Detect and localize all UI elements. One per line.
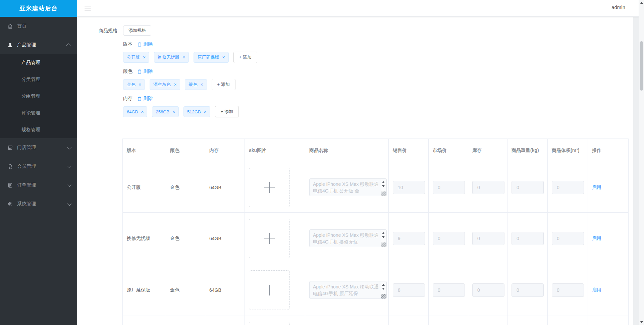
tag-label: 深空灰色 <box>153 82 171 88</box>
submenu-item-spec-management[interactable]: 规格管理 <box>0 121 77 138</box>
user-icon <box>7 42 13 48</box>
chevron-down-icon <box>67 201 72 206</box>
weight-input[interactable] <box>512 181 544 194</box>
tag-label: 公开版 <box>127 54 140 60</box>
spec-tag: 公开版× <box>123 52 149 63</box>
scroll-up-icon[interactable] <box>382 284 385 286</box>
resize-grip-icon[interactable] <box>381 294 386 299</box>
page-scrollbar[interactable] <box>639 0 644 325</box>
stock-input[interactable] <box>472 181 504 194</box>
cell-memory: 64GB <box>205 264 245 316</box>
home-icon <box>7 23 13 29</box>
sidebar-item-label: 系统管理 <box>17 201 67 207</box>
sidebar-item-label: 产品管理 <box>17 42 67 48</box>
chevron-down-icon <box>67 164 72 168</box>
delete-spec-link[interactable]: 删除 <box>143 41 153 47</box>
admin-user-menu[interactable]: admin <box>611 4 625 10</box>
cell-version <box>123 316 166 325</box>
sidebar-item-home[interactable]: 首页 <box>0 17 77 36</box>
close-icon[interactable]: × <box>182 55 185 60</box>
submenu-item-group-management[interactable]: 分组管理 <box>0 88 77 105</box>
enable-link[interactable]: 启用 <box>592 184 601 190</box>
table-header-row: 版本 颜色 内存 sku图片 商品名称 销售价 市场价 库存 商品重量(kg) … <box>123 139 629 162</box>
spec-tag: 银色× <box>185 79 207 90</box>
sku-image-upload[interactable] <box>249 322 290 325</box>
resize-grip-icon[interactable] <box>381 242 386 247</box>
table-row: 公开版 金色 64GB Apple iPhone XS Max 移动联通电信4G… <box>123 162 629 213</box>
enable-link[interactable]: 启用 <box>592 235 601 241</box>
sidebar-item-member-management[interactable]: 会员管理 <box>0 157 77 176</box>
volume-input[interactable] <box>552 181 584 194</box>
volume-input[interactable] <box>552 283 584 297</box>
scroll-down-icon[interactable] <box>382 288 385 290</box>
order-icon <box>7 182 13 188</box>
sku-image-upload[interactable] <box>249 168 290 207</box>
shop-icon <box>7 145 13 151</box>
sku-image-upload[interactable] <box>249 219 290 258</box>
weight-input[interactable] <box>512 283 544 297</box>
close-icon[interactable]: × <box>172 109 175 114</box>
table-row: 换修无忧版 金色 64GB Apple iPhone XS Max 移动联通电信… <box>123 213 629 264</box>
submenu-item-product-management[interactable]: 产品管理 <box>0 54 77 71</box>
volume-input[interactable] <box>552 232 584 245</box>
sidebar-item-order-management[interactable]: 订单管理 <box>0 176 77 195</box>
stock-input[interactable] <box>472 283 504 297</box>
trash-icon[interactable] <box>137 42 142 47</box>
tag-label: 金色 <box>127 82 136 88</box>
trash-icon[interactable] <box>137 96 142 101</box>
sidebar-item-label: 门店管理 <box>17 145 67 151</box>
sidebar-item-product-management[interactable]: 产品管理 <box>0 36 77 54</box>
stock-input[interactable] <box>472 232 504 245</box>
scroll-down-icon[interactable] <box>382 185 385 187</box>
sidebar-item-system-management[interactable]: 系统管理 <box>0 195 77 213</box>
product-name-textarea[interactable]: Apple iPhone XS Max 移动联通电信4G手机 换修无忧 <box>309 229 387 247</box>
col-header-actions: 操作 <box>588 139 629 162</box>
scroll-up-icon[interactable] <box>382 181 385 183</box>
market-price-input[interactable] <box>433 181 465 194</box>
sale-price-input[interactable] <box>393 283 425 297</box>
add-tag-button[interactable]: + 添加 <box>212 79 235 90</box>
page-gutter <box>633 17 639 325</box>
sale-price-input[interactable] <box>393 232 425 245</box>
resize-grip-icon[interactable] <box>381 192 386 196</box>
cell-color: 金色 <box>166 213 205 264</box>
gear-icon <box>7 201 13 207</box>
close-icon[interactable]: × <box>143 55 146 60</box>
sidebar-item-store-management[interactable]: 门店管理 <box>0 138 77 157</box>
submenu-item-category-management[interactable]: 分类管理 <box>0 71 77 88</box>
hamburger-menu-icon[interactable] <box>85 6 91 11</box>
submenu-item-comment-management[interactable]: 评论管理 <box>0 105 77 121</box>
market-price-input[interactable] <box>433 283 465 297</box>
close-icon[interactable]: × <box>204 109 207 114</box>
delete-spec-link[interactable]: 删除 <box>143 96 153 102</box>
scrollbar-thumb[interactable] <box>640 41 643 91</box>
app-logo: 亚米建站后台 <box>0 0 77 17</box>
scrollbar-down-button[interactable] <box>639 320 644 325</box>
add-tag-button[interactable]: + 添加 <box>215 106 239 117</box>
scrollbar-up-button[interactable] <box>639 0 644 5</box>
market-price-input[interactable] <box>433 232 465 245</box>
add-spec-button[interactable]: 添加规格 <box>123 25 151 36</box>
trash-icon[interactable] <box>137 69 142 74</box>
add-tag-button[interactable]: + 添加 <box>233 52 257 63</box>
sku-image-upload[interactable] <box>249 270 290 310</box>
cell-color <box>166 316 205 325</box>
col-header-stock: 库存 <box>468 139 507 162</box>
sale-price-input[interactable] <box>393 181 425 194</box>
chevron-down-icon <box>67 145 72 149</box>
product-name-textarea[interactable]: Apple iPhone XS Max 移动联通电信4G手机 原厂延保 <box>309 281 387 299</box>
close-icon[interactable]: × <box>139 82 141 87</box>
enable-link[interactable]: 启用 <box>592 287 601 292</box>
scroll-up-icon[interactable] <box>382 232 385 234</box>
close-icon[interactable]: × <box>141 109 144 114</box>
delete-spec-link[interactable]: 删除 <box>143 68 153 74</box>
main-content: 商品规格 添加规格 版本 删除 公开版× 换修无忧版× 原厂延保版× + 添加 <box>77 17 633 325</box>
close-icon[interactable]: × <box>174 82 176 87</box>
weight-input[interactable] <box>512 232 544 245</box>
close-icon[interactable]: × <box>222 55 225 60</box>
close-icon[interactable]: × <box>200 82 203 87</box>
tag-label: 换修无忧版 <box>158 54 179 60</box>
table-row: 原厂延保版 金色 64GB Apple iPhone XS Max 移动联通电信… <box>123 264 629 316</box>
product-name-textarea[interactable]: Apple iPhone XS Max 移动联通电信4G手机 公开版 金 <box>309 178 387 196</box>
scroll-down-icon[interactable] <box>382 236 385 238</box>
